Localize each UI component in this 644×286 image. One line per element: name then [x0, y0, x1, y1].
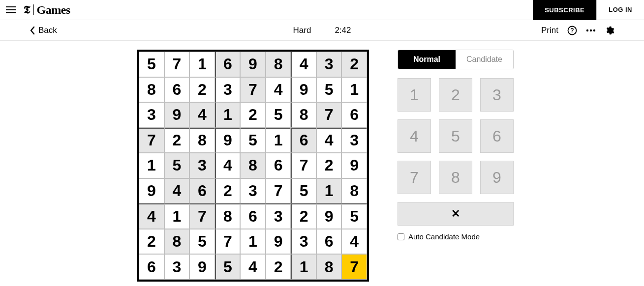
cell-r7-c1[interactable]: 8 — [164, 229, 190, 255]
cell-r3-c1[interactable]: 2 — [164, 128, 190, 153]
cell-r0-c5[interactable]: 8 — [266, 52, 291, 77]
keypad-3[interactable]: 3 — [480, 78, 514, 112]
cell-r5-c5[interactable]: 7 — [266, 178, 291, 204]
cell-r8-c5[interactable]: 2 — [266, 254, 291, 280]
cell-r8-c6[interactable]: 1 — [291, 254, 316, 280]
cell-r3-c6[interactable]: 6 — [291, 128, 316, 153]
cell-r0-c7[interactable]: 3 — [316, 52, 342, 77]
login-button[interactable]: LOG IN — [596, 0, 644, 20]
cell-r4-c7[interactable]: 2 — [316, 153, 342, 178]
cell-r8-c0[interactable]: 6 — [139, 254, 164, 280]
cell-r8-c4[interactable]: 4 — [240, 254, 266, 280]
help-button[interactable]: ? — [567, 26, 577, 35]
cell-r6-c8[interactable]: 5 — [341, 203, 367, 229]
cell-r2-c5[interactable]: 5 — [266, 102, 291, 128]
cell-r4-c3[interactable]: 4 — [215, 153, 241, 178]
sudoku-board[interactable]: 5716984328623749513941258767289516431534… — [137, 50, 369, 282]
cell-r2-c3[interactable]: 1 — [215, 102, 241, 128]
more-button[interactable] — [586, 29, 596, 32]
cell-r1-c2[interactable]: 2 — [189, 77, 215, 103]
cell-r0-c1[interactable]: 7 — [164, 52, 190, 77]
cell-r5-c2[interactable]: 6 — [189, 178, 215, 204]
cell-r7-c3[interactable]: 7 — [215, 229, 241, 255]
cell-r3-c7[interactable]: 4 — [316, 128, 342, 153]
cell-r3-c3[interactable]: 9 — [215, 128, 241, 153]
cell-r4-c8[interactable]: 9 — [341, 153, 367, 178]
cell-r1-c7[interactable]: 5 — [316, 77, 342, 103]
cell-r5-c0[interactable]: 9 — [139, 178, 164, 204]
subscribe-button[interactable]: SUBSCRIBE — [533, 0, 596, 20]
cell-r3-c2[interactable]: 8 — [189, 128, 215, 153]
print-button[interactable]: Print — [541, 26, 558, 35]
cell-r6-c7[interactable]: 9 — [316, 203, 342, 229]
cell-r1-c4[interactable]: 7 — [240, 77, 266, 103]
cell-r1-c5[interactable]: 4 — [266, 77, 291, 103]
brand-logo[interactable]: 𝕿 Games — [24, 3, 70, 17]
cell-r4-c6[interactable]: 7 — [291, 153, 316, 178]
auto-candidate-checkbox[interactable] — [398, 233, 404, 240]
cell-r3-c0[interactable]: 7 — [139, 128, 164, 153]
cell-r6-c0[interactable]: 4 — [139, 203, 164, 229]
keypad-6[interactable]: 6 — [480, 119, 514, 153]
cell-r6-c1[interactable]: 1 — [164, 203, 190, 229]
cell-r4-c4[interactable]: 8 — [240, 153, 266, 178]
cell-r7-c0[interactable]: 2 — [139, 229, 164, 255]
keypad-9[interactable]: 9 — [480, 161, 514, 194]
settings-button[interactable] — [605, 26, 614, 35]
cell-r1-c1[interactable]: 6 — [164, 77, 190, 103]
cell-r4-c0[interactable]: 1 — [139, 153, 164, 178]
cell-r2-c7[interactable]: 7 — [316, 102, 342, 128]
cell-r0-c0[interactable]: 5 — [139, 52, 164, 77]
cell-r2-c8[interactable]: 6 — [341, 102, 367, 128]
cell-r5-c7[interactable]: 1 — [316, 178, 342, 204]
cell-r6-c3[interactable]: 8 — [215, 203, 241, 229]
cell-r6-c6[interactable]: 2 — [291, 203, 316, 229]
cell-r2-c1[interactable]: 9 — [164, 102, 190, 128]
cell-r6-c2[interactable]: 7 — [189, 203, 215, 229]
cell-r5-c4[interactable]: 3 — [240, 178, 266, 204]
cell-r1-c0[interactable]: 8 — [139, 77, 164, 103]
cell-r8-c7[interactable]: 8 — [316, 254, 342, 280]
keypad-2[interactable]: 2 — [439, 78, 472, 112]
cell-r2-c0[interactable]: 3 — [139, 102, 164, 128]
cell-r7-c4[interactable]: 1 — [240, 229, 266, 255]
cell-r0-c8[interactable]: 2 — [341, 52, 367, 77]
cell-r8-c3[interactable]: 5 — [215, 254, 241, 280]
cell-r3-c4[interactable]: 5 — [240, 128, 266, 153]
cell-r8-c2[interactable]: 9 — [189, 254, 215, 280]
cell-r7-c7[interactable]: 6 — [316, 229, 342, 255]
keypad-8[interactable]: 8 — [439, 161, 472, 194]
cell-r6-c5[interactable]: 3 — [266, 203, 291, 229]
cell-r7-c8[interactable]: 4 — [341, 229, 367, 255]
mode-candidate-button[interactable]: Candidate — [456, 50, 513, 69]
cell-r7-c5[interactable]: 9 — [266, 229, 291, 255]
cell-r0-c6[interactable]: 4 — [291, 52, 316, 77]
cell-r0-c3[interactable]: 6 — [215, 52, 241, 77]
clear-button[interactable]: ✕ — [398, 202, 514, 226]
cell-r0-c2[interactable]: 1 — [189, 52, 215, 77]
menu-button[interactable] — [3, 3, 19, 16]
keypad-7[interactable]: 7 — [398, 161, 431, 194]
cell-r1-c6[interactable]: 9 — [291, 77, 316, 103]
cell-r5-c1[interactable]: 4 — [164, 178, 190, 204]
keypad-1[interactable]: 1 — [398, 78, 431, 112]
cell-r1-c8[interactable]: 1 — [341, 77, 367, 103]
cell-r3-c8[interactable]: 3 — [341, 128, 367, 153]
cell-r2-c2[interactable]: 4 — [189, 102, 215, 128]
cell-r5-c6[interactable]: 5 — [291, 178, 316, 204]
cell-r2-c6[interactable]: 8 — [291, 102, 316, 128]
cell-r4-c1[interactable]: 5 — [164, 153, 190, 178]
cell-r6-c4[interactable]: 6 — [240, 203, 266, 229]
cell-r8-c1[interactable]: 3 — [164, 254, 190, 280]
cell-r1-c3[interactable]: 3 — [215, 77, 241, 103]
auto-candidate-toggle[interactable]: Auto Candidate Mode — [398, 232, 514, 241]
cell-r4-c2[interactable]: 3 — [189, 153, 215, 178]
mode-normal-button[interactable]: Normal — [398, 50, 456, 69]
cell-r0-c4[interactable]: 9 — [240, 52, 266, 77]
cell-r2-c4[interactable]: 2 — [240, 102, 266, 128]
cell-r7-c2[interactable]: 5 — [189, 229, 215, 255]
cell-r4-c5[interactable]: 6 — [266, 153, 291, 178]
cell-r5-c8[interactable]: 8 — [341, 178, 367, 204]
keypad-4[interactable]: 4 — [398, 119, 431, 153]
back-button[interactable]: Back — [30, 26, 57, 35]
